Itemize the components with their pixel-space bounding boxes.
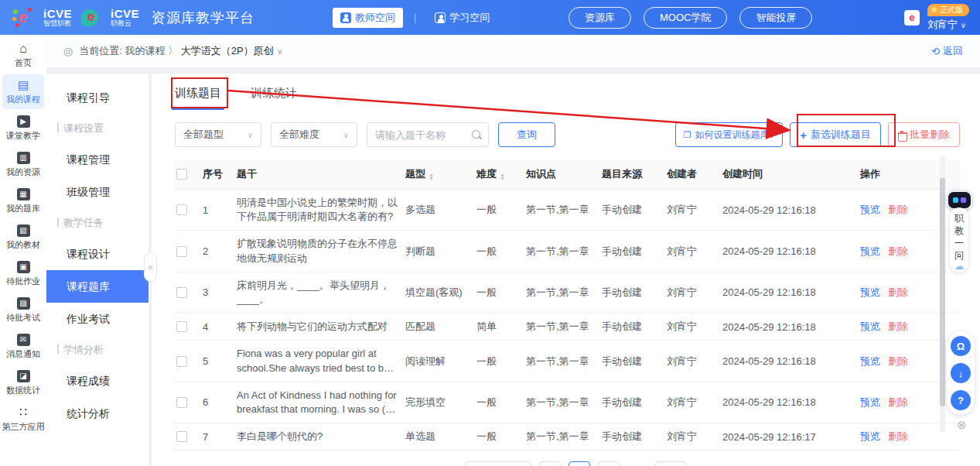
cell-creator: 刘宵宁 [667,396,722,409]
stem-search-field [367,122,489,147]
column-header[interactable]: 题型▲▼ [405,167,476,181]
preview-link[interactable]: 预览 [860,396,880,408]
toolbar-right-buttons: ❐ 如何设置训练题库? + 新选训练题目 批量删除 [675,122,960,147]
page-1-button[interactable]: 1 [569,461,590,466]
cell-created: 2024-05-29 12:16:18 [722,321,860,333]
sidebar-item-my-resources[interactable]: ▥我的资源 [2,147,44,182]
preview-link[interactable]: 预览 [860,204,880,215]
cell-no: 2 [203,245,237,257]
sidebar-item-pending-exams[interactable]: ▨待批考试 [2,293,44,327]
select-all-checkbox[interactable] [176,169,187,180]
goto-page-input[interactable] [655,461,686,466]
row-checkbox[interactable] [176,356,187,367]
customer-service-icon[interactable]: Ω [951,336,971,356]
menu-item-course-management[interactable]: 课程管理 [46,143,149,176]
sidebar-item-label: 我的题库 [6,203,40,214]
cell-stem: An Act of Kindness I had nothing for bre… [237,389,405,416]
delete-link[interactable]: 删除 [888,286,908,298]
row-checkbox[interactable] [176,397,187,408]
row-checkbox[interactable] [176,431,187,442]
user-menu[interactable]: 刘宵宁 ∨ [927,18,966,32]
cell-difficulty: 一般 [476,286,526,300]
tab-training-questions[interactable]: 训练题目 [175,86,221,110]
smart-casting-button[interactable]: 智能投屏 [739,7,812,29]
difficulty-select[interactable]: 全部难度 ∨ [271,122,357,147]
filter-toolbar: 全部题型 ∨ 全部难度 ∨ 查询 ❐ 如何设置训练题库? + 新选训练题目 [175,122,960,147]
cell-creator: 刘宵宁 [667,203,722,217]
sidebar-item-pending-homework[interactable]: ▣待批作业 [2,256,44,291]
column-header[interactable]: 难度▲▼ [476,167,526,181]
teacher-space-button[interactable]: 教师空间 [333,8,403,28]
sidebar-item-my-courses[interactable]: ▤我的课程 [2,74,44,109]
menu-item-class-management[interactable]: 班级管理 [46,176,149,208]
back-button[interactable]: ⟲ 返回 [931,44,963,58]
row-checkbox[interactable] [176,321,187,332]
preview-link[interactable]: 预览 [860,320,880,332]
question-type-select[interactable]: 全部题型 ∨ [175,122,261,147]
delete-link[interactable]: 删除 [888,430,908,442]
cloud-download-icon[interactable]: ↓ [951,363,971,383]
zhijiao-assistant-widget[interactable]: 职教一问☁ [945,190,973,272]
menu-item-course-guide[interactable]: 课程引导 [46,81,149,114]
preview-link[interactable]: 预览 [860,245,880,257]
help-icon[interactable]: ? [951,390,971,410]
sidebar-item-third-party-apps[interactable]: ∷第三方应用 [2,402,44,437]
trash-icon [898,131,906,139]
sidebar-item-messages[interactable]: ✉消息通知 [2,329,44,364]
preview-link[interactable]: 预览 [860,430,880,442]
menu-item-statistics-analysis[interactable]: 统计分析 [46,397,149,430]
sidebar-item-classroom-teaching[interactable]: ▶课堂教学 [2,111,44,146]
close-icon[interactable]: ⊗ [957,418,967,432]
cell-stem: 明清是中国小说史上的繁荣时期，以下作品属于明清时期四大名著的有? [237,196,405,224]
sort-icon[interactable]: ▲▼ [429,173,434,180]
query-button[interactable]: 查询 [498,122,555,147]
table-row: 6An Act of Kindness I had nothing for br… [175,382,960,423]
search-icon[interactable] [472,130,482,140]
tabs: 训练题目 训练统计 [175,81,960,110]
mooc-academy-button[interactable]: MOOC学院 [644,7,727,29]
row-checkbox[interactable] [176,287,187,298]
cell-difficulty: 简单 [476,320,526,334]
add-training-questions-button[interactable]: + 新选训练题目 [790,122,881,147]
search-input[interactable] [375,129,472,141]
next-page-button[interactable]: > [598,461,620,466]
delete-link[interactable]: 删除 [888,355,908,367]
sort-icon[interactable]: ▲▼ [500,173,505,180]
preview-link[interactable]: 预览 [860,286,880,298]
help-setup-button[interactable]: ❐ 如何设置训练题库? [675,122,784,147]
delete-link[interactable]: 删除 [888,396,908,408]
delete-link[interactable]: 删除 [888,204,908,215]
cell-source: 手动创建 [602,203,667,217]
batch-delete-button[interactable]: 批量删除 [888,122,960,147]
cell-difficulty: 一般 [476,430,526,444]
menu-item-course-grades[interactable]: 课程成绩 [46,365,149,397]
breadcrumb-parent-link[interactable]: 我的课程 [125,45,165,57]
chevron-down-icon[interactable]: ∨ [277,46,283,57]
sidebar-item-home[interactable]: ⌂首页 [2,38,44,73]
sidebar-item-data-statistics[interactable]: ◪数据统计 [2,365,44,400]
tab-training-statistics[interactable]: 训练统计 [251,86,297,110]
student-space-button[interactable]: 学习空间 [427,8,497,28]
exam-icon: ▨ [17,297,30,310]
sidebar-item-my-question-bank[interactable]: ▦我的题库 [2,183,44,218]
delete-link[interactable]: 删除 [888,245,908,257]
delete-link[interactable]: 删除 [888,320,908,332]
cell-difficulty: 一般 [476,203,526,217]
scrollbar-thumb[interactable] [940,178,945,406]
sidebar-collapse-handle[interactable]: « [144,252,157,282]
document-icon: ❐ [684,130,691,140]
prev-page-button[interactable]: < [539,461,561,466]
sidebar-item-my-textbooks[interactable]: ▧我的教材 [2,220,44,255]
menu-item-course-question-bank[interactable]: 课程题库 [46,270,149,303]
chevron-down-icon: ∨ [343,131,349,139]
page-size-select[interactable]: 10条/页 ∨ [465,461,531,466]
section-bar [57,218,59,227]
resource-library-button[interactable]: 资源库 [569,7,631,29]
preview-link[interactable]: 预览 [860,355,880,367]
row-checkbox[interactable] [176,246,187,257]
menu-item-homework-exam[interactable]: 作业考试 [46,303,149,335]
breadcrumb-current[interactable]: 大学语文（2P）原创 [181,45,274,57]
mini-app-icon[interactable]: e [904,10,920,26]
menu-item-course-design[interactable]: 课程设计 [46,238,149,270]
row-checkbox[interactable] [176,204,187,215]
